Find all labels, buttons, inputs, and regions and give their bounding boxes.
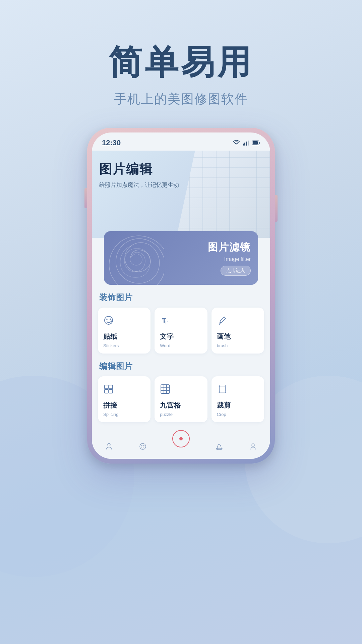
svg-rect-5: [253, 141, 258, 145]
splicing-name-cn: 拼接: [103, 401, 117, 410]
nav-icon-profile: [249, 442, 257, 451]
nav-item-1[interactable]: [105, 442, 113, 451]
nav-item-4[interactable]: [215, 442, 224, 451]
hero-title: 简单易用: [0, 44, 362, 80]
phone-inner-screen: 12:30: [92, 132, 270, 459]
feature-card-puzzle[interactable]: 九宫格 puzzle: [155, 376, 207, 422]
status-time: 12:30: [102, 139, 121, 147]
feature-card-word[interactable]: T T 文字 Word: [155, 308, 207, 354]
crop-name-cn: 裁剪: [217, 401, 231, 410]
crop-name-en: Crop: [217, 412, 226, 417]
nav-item-center[interactable]: [172, 430, 190, 447]
svg-rect-2: [246, 142, 247, 146]
nav-icon-face: [138, 442, 147, 451]
brush-name-en: brush: [217, 343, 228, 348]
status-bar: 12:30: [92, 132, 270, 151]
filter-card-title-cn: 图片滤镜: [208, 240, 251, 254]
nav-item-2[interactable]: [138, 442, 147, 451]
svg-rect-11: [105, 389, 108, 393]
phone-banner: 图片编辑 给照片加点魔法，让记忆更生动: [92, 151, 270, 238]
feature-card-brush[interactable]: 画笔 brush: [212, 308, 264, 354]
decorate-feature-grid: 贴纸 Stickers T T 文字 Word: [98, 308, 264, 354]
nav-center-dot: [179, 437, 183, 440]
filter-card-enter-button[interactable]: 点击进入: [221, 266, 251, 276]
splicing-name-en: Splicing: [103, 412, 119, 417]
status-icons: [233, 140, 260, 146]
banner-text: 图片编辑 给照片加点魔法，让记忆更生动: [99, 161, 179, 189]
svg-point-20: [140, 443, 146, 449]
svg-rect-3: [248, 141, 249, 146]
stickers-name-cn: 贴纸: [103, 332, 117, 341]
nav-icon-hat: [215, 442, 224, 451]
nav-center-button[interactable]: [172, 430, 190, 447]
section-edit-title: 编辑图片: [98, 354, 264, 376]
hero-section: 简单易用 手机上的美图修图软件: [0, 0, 362, 128]
sticker-icon: [103, 315, 114, 327]
svg-rect-1: [244, 143, 245, 146]
feature-card-stickers[interactable]: 贴纸 Stickers: [98, 308, 150, 354]
edit-feature-grid: 拼接 Splicing: [98, 376, 264, 422]
hero-subtitle: 手机上的美图修图软件: [0, 91, 362, 108]
battery-icon: [252, 141, 260, 145]
svg-rect-10: [109, 385, 113, 389]
filter-card-content: 图片滤镜 Image filter 点击进入: [208, 231, 251, 285]
phone-outer-frame: 12:30: [87, 128, 275, 464]
section-decorate-title: 装饰图片: [98, 285, 264, 308]
svg-rect-18: [219, 386, 225, 392]
word-name-en: Word: [160, 343, 170, 348]
brush-name-cn: 画笔: [217, 332, 231, 341]
wifi-icon: [233, 140, 240, 146]
feature-card-crop[interactable]: 裁剪 Crop: [212, 376, 264, 422]
puzzle-name-cn: 九宫格: [160, 401, 181, 410]
svg-text:T: T: [165, 320, 168, 325]
svg-point-19: [108, 443, 110, 446]
nav-item-5[interactable]: [249, 442, 257, 451]
banner-subtitle: 给照片加点魔法，让记忆更生动: [99, 181, 179, 189]
puzzle-name-en: puzzle: [160, 412, 173, 417]
banner-building: [176, 151, 270, 238]
filter-card-title-en: Image filter: [224, 256, 251, 262]
phone-mockup-wrapper: 12:30: [0, 128, 362, 464]
word-name-cn: 文字: [160, 332, 174, 341]
phone-bottom-nav: [92, 429, 270, 459]
svg-rect-13: [161, 385, 170, 393]
nav-icon-person: [105, 442, 113, 451]
feature-card-splicing[interactable]: 拼接 Splicing: [98, 376, 150, 422]
svg-rect-0: [243, 144, 244, 146]
text-icon: T T: [160, 315, 171, 327]
signal-icon: [243, 140, 249, 146]
svg-rect-9: [105, 385, 108, 389]
svg-point-22: [143, 445, 144, 446]
splice-icon: [103, 384, 114, 396]
filter-card[interactable]: 图片滤镜 Image filter 点击进入: [104, 231, 258, 285]
stickers-name-en: Stickers: [103, 343, 119, 348]
svg-point-21: [141, 445, 142, 446]
brush-icon: [217, 315, 228, 327]
grid-icon: [160, 384, 171, 396]
svg-point-25: [252, 444, 254, 446]
building-grid: [176, 151, 270, 238]
crop-icon: [217, 384, 228, 396]
svg-rect-12: [109, 389, 113, 393]
filter-card-spiral: [104, 231, 164, 285]
phone-content: 图片滤镜 Image filter 点击进入 装饰图片: [92, 231, 270, 429]
banner-title: 图片编辑: [99, 161, 179, 178]
